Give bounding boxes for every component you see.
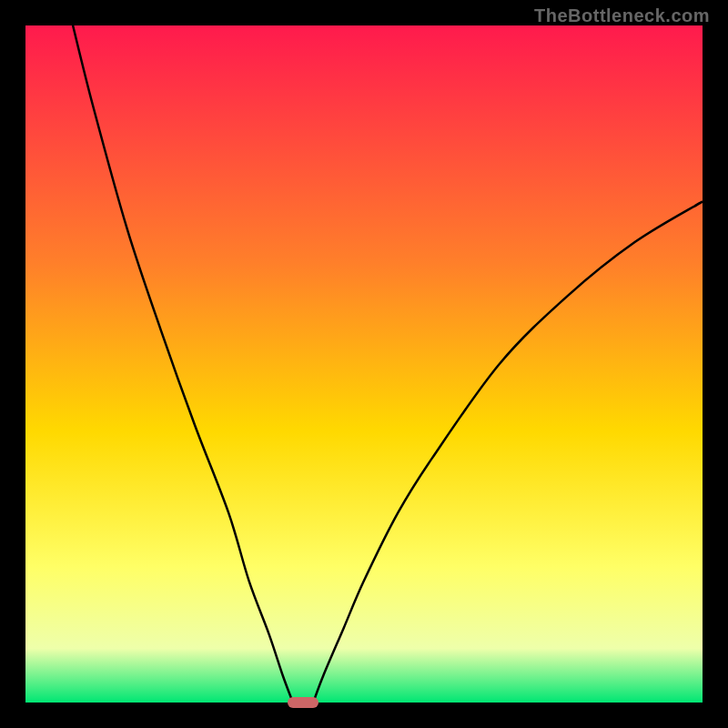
chart-background — [25, 25, 703, 703]
bottleneck-chart — [25, 25, 703, 703]
watermark-text: TheBottleneck.com — [534, 5, 710, 26]
minimum-marker — [288, 697, 318, 707]
